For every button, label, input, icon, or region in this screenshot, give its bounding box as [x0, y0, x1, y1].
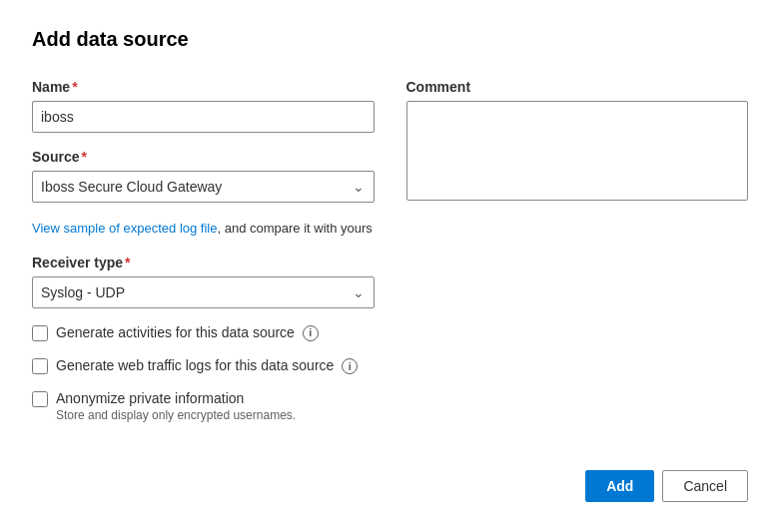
checkbox-activities-label-wrap: Generate activities for this data source… [56, 324, 319, 341]
source-required-star: * [81, 149, 86, 165]
comment-textarea[interactable] [406, 101, 749, 201]
checkbox-group-activities: Generate activities for this data source… [32, 324, 375, 341]
receiver-select[interactable]: Syslog - UDP [32, 276, 375, 308]
source-label: Source* [32, 149, 375, 165]
checkbox-web-traffic-label[interactable]: Generate web traffic logs for this data … [56, 357, 358, 374]
checkbox-anonymize[interactable] [32, 391, 48, 407]
comment-group: Comment [406, 79, 749, 204]
comment-label: Comment [406, 79, 749, 95]
activities-info-icon[interactable]: i [303, 325, 319, 341]
checkbox-activities-label[interactable]: Generate activities for this data source… [56, 324, 319, 341]
receiver-label: Receiver type* [32, 255, 375, 270]
dialog-title: Add data source [32, 28, 748, 51]
checkboxes-section: Generate activities for this data source… [32, 324, 375, 423]
sample-link-container: View sample of expected log file, and co… [32, 219, 375, 239]
sample-link-suffix: , and compare it with yours [217, 221, 372, 236]
receiver-select-wrapper: Syslog - UDP ⌄ [32, 276, 375, 308]
checkbox-group-anonymize: Anonymize private information Store and … [32, 390, 375, 422]
checkbox-activities[interactable] [32, 325, 48, 341]
form-left: Name* Source* Iboss Secure Cloud Gateway… [32, 79, 375, 438]
sample-link[interactable]: View sample of expected log file [32, 221, 217, 236]
add-data-source-dialog: Add data source Name* Source* Iboss Secu… [0, 0, 780, 532]
checkbox-web-traffic-label-wrap: Generate web traffic logs for this data … [56, 357, 358, 374]
name-group: Name* [32, 79, 375, 133]
checkbox-anonymize-label[interactable]: Anonymize private information [56, 390, 296, 406]
form-layout: Name* Source* Iboss Secure Cloud Gateway… [32, 79, 748, 438]
cancel-button[interactable]: Cancel [662, 470, 748, 502]
web-traffic-info-icon[interactable]: i [342, 358, 358, 374]
source-select-wrapper: Iboss Secure Cloud Gateway ⌄ [32, 171, 375, 203]
checkbox-anonymize-sublabel: Store and display only encrypted usernam… [56, 408, 296, 422]
receiver-group: Receiver type* Syslog - UDP ⌄ [32, 255, 375, 308]
receiver-required-star: * [125, 255, 130, 270]
checkbox-group-web-traffic: Generate web traffic logs for this data … [32, 357, 375, 374]
source-select[interactable]: Iboss Secure Cloud Gateway [32, 171, 375, 203]
add-button[interactable]: Add [585, 470, 654, 502]
checkbox-anonymize-label-wrap: Anonymize private information Store and … [56, 390, 296, 422]
name-label: Name* [32, 79, 375, 95]
form-right: Comment [406, 79, 749, 438]
name-input[interactable] [32, 101, 375, 133]
checkbox-web-traffic[interactable] [32, 358, 48, 374]
source-group: Source* Iboss Secure Cloud Gateway ⌄ [32, 149, 375, 203]
dialog-footer: Add Cancel [32, 470, 748, 502]
name-required-star: * [72, 79, 77, 95]
